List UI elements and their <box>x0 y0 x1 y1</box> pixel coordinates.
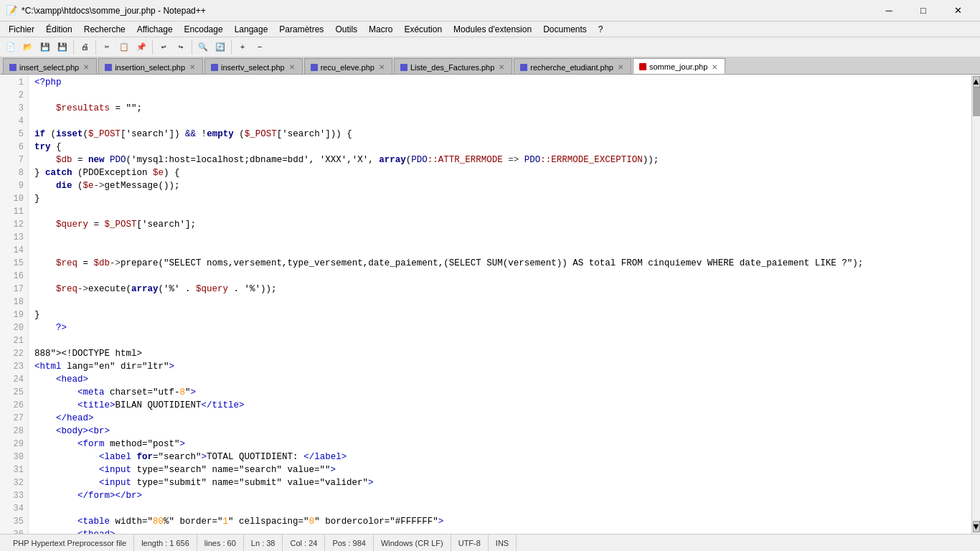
save-button[interactable]: 💾 <box>37 39 53 55</box>
copy-button[interactable]: 📋 <box>116 39 132 55</box>
status-file-type: PHP Hypertext Preprocessor file <box>6 534 134 551</box>
status-bar: PHP Hypertext Preprocessor file length :… <box>0 534 980 551</box>
minimize-button[interactable]: ─ <box>872 0 905 22</box>
line-number-12: 12 <box>0 218 24 231</box>
line-number-10: 10 <box>0 192 24 205</box>
tab-somme_jour-php[interactable]: somme_jour.php✕ <box>633 58 725 74</box>
scroll-up-btn[interactable]: ▲ <box>973 76 980 88</box>
line-number-28: 28 <box>0 425 24 438</box>
menu-item-exécution[interactable]: Exécution <box>398 23 448 36</box>
code-line-6: try { <box>34 141 971 154</box>
tab-insertion_select-php[interactable]: insertion_select.php✕ <box>98 58 203 74</box>
tabs-bar: insert_select.php✕insertion_select.php✕i… <box>0 57 980 75</box>
tab-insert_select-php[interactable]: insert_select.php✕ <box>3 58 97 74</box>
cut-button[interactable]: ✂ <box>99 39 115 55</box>
menu-item-paramètres[interactable]: Paramètres <box>273 23 329 36</box>
scroll-track[interactable] <box>973 88 980 521</box>
menu-item-documents[interactable]: Documents <box>537 23 593 36</box>
code-line-18 <box>34 296 971 309</box>
menu-item-outils[interactable]: Outils <box>329 23 363 36</box>
menu-item-langage[interactable]: Langage <box>229 23 274 36</box>
print-button[interactable]: 🖨 <box>77 39 93 55</box>
code-line-33: </form></br> <box>34 489 971 502</box>
tab-recherche_etudiant-php[interactable]: recherche_etudiant.php✕ <box>514 58 631 74</box>
code-line-16 <box>34 270 971 283</box>
scroll-thumb[interactable] <box>973 88 980 116</box>
zoom-in-button[interactable]: + <box>235 39 250 55</box>
line-number-30: 30 <box>0 451 24 463</box>
code-line-31: <input type="search" name="search" value… <box>34 463 971 476</box>
code-line-8: } catch (PDOException $e) { <box>34 166 971 179</box>
status-ln: Ln : 38 <box>244 534 283 551</box>
find-button[interactable]: 🔍 <box>195 39 211 55</box>
code-line-17: $req->execute(array('%' . $query . '%'))… <box>34 283 971 296</box>
line-number-14: 14 <box>0 244 24 257</box>
open-button[interactable]: 📂 <box>20 39 36 55</box>
tab-close-icon[interactable]: ✕ <box>188 62 197 72</box>
maximize-button[interactable]: □ <box>907 0 940 22</box>
tab-close-icon[interactable]: ✕ <box>497 62 506 72</box>
scroll-down-btn[interactable]: ▼ <box>973 521 980 532</box>
code-line-29: <form method="post"> <box>34 438 971 451</box>
code-line-21 <box>34 334 971 347</box>
tab-close-icon[interactable]: ✕ <box>710 62 719 72</box>
tab-close-icon[interactable]: ✕ <box>377 62 386 72</box>
tab-close-icon[interactable]: ✕ <box>616 62 625 72</box>
menu-item-fichier[interactable]: Fichier <box>3 23 40 36</box>
tab-insertv_select-php[interactable]: insertv_select.php✕ <box>204 58 303 74</box>
scrollbar-right[interactable]: ▲ ▼ <box>971 75 980 534</box>
line-number-11: 11 <box>0 205 24 218</box>
code-line-5: if (isset($_POST['search']) && !empty ($… <box>34 128 971 141</box>
code-line-24: <head> <box>34 373 971 386</box>
code-area[interactable]: <?php $resultats = ""; if (isset($_POST[… <box>29 75 971 534</box>
code-line-10: } <box>34 192 971 205</box>
line-number-9: 9 <box>0 179 24 192</box>
tab-icon <box>105 64 112 71</box>
code-line-7: $db = new PDO('mysql:host=localhost;dbna… <box>34 154 971 166</box>
title-bar-controls: ─ □ ✕ <box>872 0 974 22</box>
tab-icon <box>311 64 318 71</box>
line-number-29: 29 <box>0 438 24 451</box>
line-number-17: 17 <box>0 283 24 296</box>
tab-icon <box>400 64 407 71</box>
menu-item-édition[interactable]: Édition <box>40 23 78 36</box>
code-line-30: <label for="search">TOTAL QUOTIDIENT: </… <box>34 451 971 463</box>
tab-close-icon[interactable]: ✕ <box>82 62 90 72</box>
line-number-23: 23 <box>0 360 24 373</box>
tab-Liste_des_Factures-php[interactable]: Liste_des_Factures.php✕ <box>394 58 512 74</box>
save-all-button[interactable]: 💾 <box>55 39 70 55</box>
zoom-out-button[interactable]: − <box>252 39 268 55</box>
new-button[interactable]: 📄 <box>3 39 19 55</box>
undo-button[interactable]: ↩ <box>156 39 171 55</box>
close-button[interactable]: ✕ <box>941 0 974 22</box>
menu-item-affichage[interactable]: Affichage <box>131 23 179 36</box>
tab-label: recherche_etudiant.php <box>530 63 613 72</box>
line-number-24: 24 <box>0 373 24 386</box>
menu-item-recherche[interactable]: Recherche <box>78 23 131 36</box>
replace-button[interactable]: 🔄 <box>212 39 228 55</box>
paste-button[interactable]: 📌 <box>133 39 149 55</box>
menu-item-modules-d'extension[interactable]: Modules d'extension <box>448 23 537 36</box>
line-number-18: 18 <box>0 296 24 309</box>
menu-item-?[interactable]: ? <box>593 23 609 36</box>
code-line-36: <thead> <box>34 528 971 534</box>
line-number-35: 35 <box>0 515 24 528</box>
menu-item-encodage[interactable]: Encodage <box>179 23 229 36</box>
toolbar-separator-5 <box>231 40 232 55</box>
redo-button[interactable]: ↪ <box>173 39 189 55</box>
tab-label: insertv_select.php <box>221 63 285 72</box>
menu-item-macro[interactable]: Macro <box>363 23 398 36</box>
title-bar-left: 📝 *C:\xampp\htdocs\somme_jour.php - Note… <box>6 5 206 17</box>
status-col: Col : 24 <box>283 534 325 551</box>
code-line-26: <title>BILAN QUOTIDIENT</title> <box>34 399 971 412</box>
tab-icon <box>9 64 17 71</box>
line-number-20: 20 <box>0 321 24 334</box>
code-line-20: ?> <box>34 321 971 334</box>
line-number-19: 19 <box>0 309 24 321</box>
tab-close-icon[interactable]: ✕ <box>288 62 296 72</box>
line-numbers: 1234567891011121314151617181920212223242… <box>0 75 29 534</box>
tab-recu_eleve-php[interactable]: recu_eleve.php✕ <box>304 58 392 74</box>
status-encoding: UTF-8 <box>451 534 489 551</box>
line-number-5: 5 <box>0 128 24 141</box>
line-number-3: 3 <box>0 102 24 115</box>
